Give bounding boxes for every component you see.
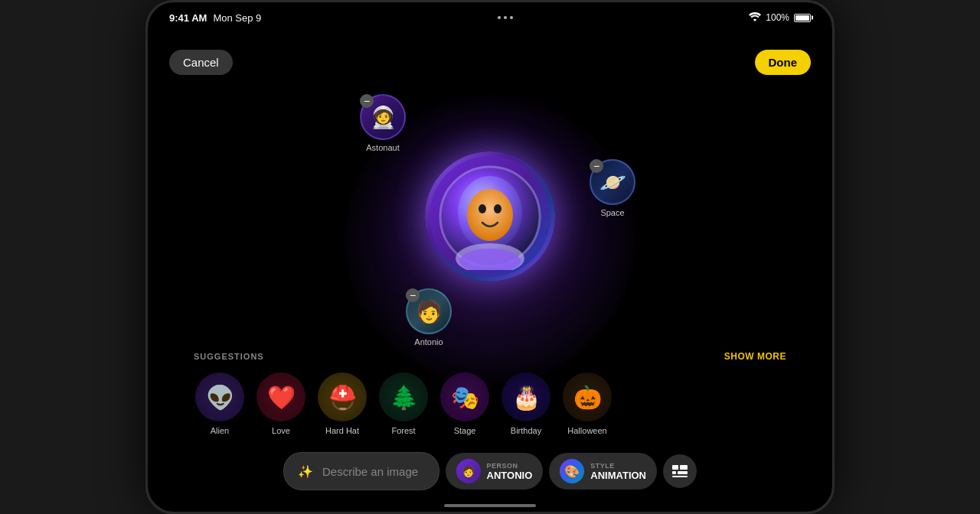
space-emoji: 🪐 bbox=[599, 170, 626, 195]
suggestion-alien[interactable]: 👽 Alien bbox=[194, 372, 246, 435]
svg-rect-9 bbox=[680, 465, 688, 470]
float-avatar-antonio-minus[interactable]: − bbox=[406, 288, 420, 302]
suggestions-label: SUGGESTIONS bbox=[194, 352, 264, 361]
suggestion-alien-label: Alien bbox=[211, 426, 229, 435]
float-avatar-space[interactable]: − 🪐 Space bbox=[590, 159, 635, 217]
status-dots bbox=[498, 16, 513, 19]
style-chip-text: STYLE ANIMATION bbox=[590, 462, 646, 481]
style-chip[interactable]: 🎨 STYLE ANIMATION bbox=[549, 453, 657, 490]
tablet-frame: 9:41 AM Mon Sep 9 100% bbox=[145, 0, 835, 514]
suggestion-birthday-label: Birthday bbox=[511, 426, 541, 435]
describe-placeholder: Describe an image bbox=[322, 465, 418, 478]
done-button[interactable]: Done bbox=[755, 50, 812, 75]
suggestion-hardhat-label: Hard Hat bbox=[325, 426, 359, 435]
style-chip-label: STYLE bbox=[590, 462, 646, 470]
svg-rect-12 bbox=[672, 476, 688, 477]
status-time: 9:41 AM bbox=[169, 12, 207, 24]
suggestion-stage[interactable]: 🎭 Stage bbox=[439, 372, 491, 435]
main-avatar[interactable] bbox=[425, 151, 555, 281]
float-avatar-astronaut-label: Astonaut bbox=[366, 143, 399, 152]
suggestion-forest-label: Forest bbox=[391, 426, 415, 435]
sparkle-icon: ✨ bbox=[296, 462, 315, 480]
suggestion-forest-icon: 🌲 bbox=[379, 372, 428, 421]
suggestions-section: SUGGESTIONS SHOW MORE 👽 Alien ❤️ Love ⛑️… bbox=[148, 351, 832, 435]
float-avatar-space-img: − 🪐 bbox=[590, 159, 635, 205]
suggestion-love[interactable]: ❤️ Love bbox=[255, 372, 307, 435]
svg-rect-10 bbox=[672, 471, 676, 474]
wifi-icon bbox=[749, 12, 761, 24]
suggestion-stage-label: Stage bbox=[454, 426, 476, 435]
home-indicator bbox=[444, 504, 536, 507]
suggestion-hardhat-icon: ⛑️ bbox=[318, 372, 367, 421]
dot-3 bbox=[510, 16, 513, 19]
svg-rect-11 bbox=[678, 471, 688, 474]
float-avatar-astronaut-img: − 🧑‍🚀 bbox=[360, 94, 406, 140]
suggestions-header: SUGGESTIONS SHOW MORE bbox=[194, 351, 786, 362]
person-chip[interactable]: 🧑 PERSON ANTONIO bbox=[446, 453, 544, 490]
astronaut-emoji: 🧑‍🚀 bbox=[370, 105, 397, 130]
suggestion-love-label: Love bbox=[272, 426, 290, 435]
tablet-screen: 9:41 AM Mon Sep 9 100% bbox=[148, 2, 832, 512]
float-avatar-antonio[interactable]: − 🧑 Antonio bbox=[406, 288, 452, 346]
float-avatar-space-label: Space bbox=[600, 208, 624, 217]
suggestion-halloween-label: Halloween bbox=[567, 426, 606, 435]
main-avatar-ring bbox=[425, 151, 555, 281]
suggestion-hardhat[interactable]: ⛑️ Hard Hat bbox=[316, 372, 368, 435]
bottom-toolbar: ✨ Describe an image 🧑 PERSON ANTONIO 🎨 S… bbox=[283, 452, 697, 490]
float-avatar-antonio-label: Antonio bbox=[414, 337, 443, 346]
float-avatar-antonio-img: − 🧑 bbox=[406, 288, 452, 334]
suggestion-halloween[interactable]: 🎃 Halloween bbox=[561, 372, 613, 435]
cancel-button[interactable]: Cancel bbox=[169, 50, 233, 75]
svg-point-3 bbox=[479, 204, 486, 213]
style-icon: 🎨 bbox=[560, 459, 584, 483]
person-avatar: 🧑 bbox=[456, 459, 481, 483]
grid-icon bbox=[672, 465, 688, 477]
main-avatar-inner bbox=[430, 156, 550, 277]
antonio-emoji: 🧑 bbox=[416, 299, 443, 324]
style-chip-name: ANIMATION bbox=[590, 470, 646, 481]
suggestion-forest[interactable]: 🌲 Forest bbox=[377, 372, 430, 435]
float-avatar-astronaut[interactable]: − 🧑‍🚀 Astonaut bbox=[360, 94, 406, 152]
float-avatar-astronaut-minus[interactable]: − bbox=[360, 94, 374, 108]
svg-point-2 bbox=[467, 189, 513, 241]
person-chip-text: PERSON ANTONIO bbox=[487, 462, 533, 481]
suggestion-alien-icon: 👽 bbox=[195, 372, 244, 421]
battery-fill bbox=[795, 15, 809, 21]
suggestion-halloween-icon: 🎃 bbox=[563, 372, 612, 421]
person-chip-name: ANTONIO bbox=[487, 470, 533, 481]
suggestion-stage-icon: 🎭 bbox=[440, 372, 489, 421]
astronaut-svg bbox=[436, 163, 544, 270]
battery-percent: 100% bbox=[766, 12, 789, 23]
svg-rect-8 bbox=[672, 465, 678, 470]
dot-1 bbox=[498, 16, 501, 19]
suggestions-grid: 👽 Alien ❤️ Love ⛑️ Hard Hat 🌲 Forest 🎭 bbox=[194, 372, 786, 435]
suggestion-birthday-icon: 🎂 bbox=[501, 372, 550, 421]
status-bar: 9:41 AM Mon Sep 9 100% bbox=[148, 2, 832, 33]
extra-button[interactable] bbox=[663, 454, 697, 488]
person-chip-label: PERSON bbox=[487, 462, 533, 470]
svg-point-4 bbox=[494, 204, 501, 213]
status-date: Mon Sep 9 bbox=[213, 12, 261, 24]
dot-2 bbox=[504, 16, 507, 19]
avatar-area: − 🧑‍🚀 Astonaut − 🪐 Space − 🧑 Anto bbox=[337, 86, 643, 346]
float-avatar-space-minus[interactable]: − bbox=[590, 159, 603, 173]
status-right: 100% bbox=[749, 12, 811, 24]
describe-input[interactable]: ✨ Describe an image bbox=[283, 452, 439, 490]
battery-icon bbox=[794, 14, 811, 22]
show-more-button[interactable]: SHOW MORE bbox=[724, 351, 786, 362]
suggestion-birthday[interactable]: 🎂 Birthday bbox=[500, 372, 552, 435]
suggestion-love-icon: ❤️ bbox=[256, 372, 305, 421]
